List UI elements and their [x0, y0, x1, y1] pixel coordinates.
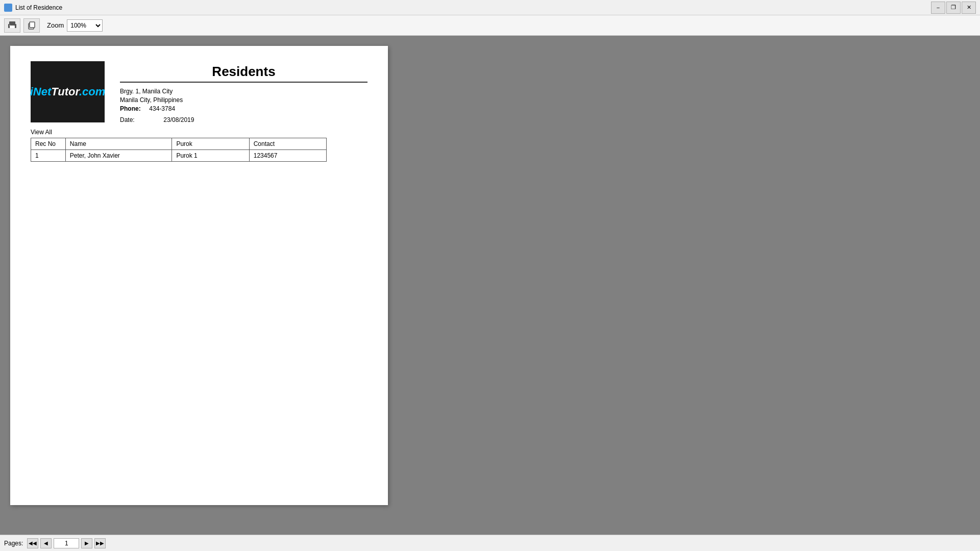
title-bar-left: List of Residence	[4, 4, 62, 12]
zoom-label: Zoom	[47, 21, 64, 29]
close-button[interactable]: ✕	[962, 2, 976, 14]
page-number-input[interactable]	[54, 538, 79, 548]
title-bar-controls: − ❐ ✕	[931, 2, 976, 14]
copy-button[interactable]	[23, 18, 40, 33]
logo: iNetTutor.com	[30, 85, 106, 98]
last-page-button[interactable]: ▶▶	[94, 538, 106, 548]
cell-name: Peter, John Xavier	[65, 150, 172, 162]
main-area: iNetTutor.com Residents Brgy. 1, Manila …	[0, 36, 980, 535]
table-header-row: Rec No Name Purok Contact	[31, 138, 327, 150]
title-bar: List of Residence − ❐ ✕	[0, 0, 980, 15]
svg-rect-3	[9, 24, 10, 26]
first-page-button[interactable]: ◀◀	[27, 538, 38, 548]
col-header-purok: Purok	[172, 138, 249, 150]
report-title: Residents	[120, 64, 368, 83]
phone-line: Phone: 434-3784	[120, 105, 368, 112]
preview-area: iNetTutor.com Residents Brgy. 1, Manila …	[0, 36, 398, 535]
cell-purok: Purok 1	[172, 150, 249, 162]
date-value: 23/08/2019	[163, 116, 194, 123]
date-label: Date:	[120, 116, 135, 123]
phone-label: Phone:	[120, 105, 141, 112]
col-header-contact: Contact	[249, 138, 326, 150]
pages-label: Pages:	[4, 540, 23, 547]
col-header-recno: Rec No	[31, 138, 66, 150]
address-line-2: Manila City, Philippines	[120, 96, 368, 104]
residents-table: Rec No Name Purok Contact 1Peter, John X…	[31, 138, 327, 162]
window-title: List of Residence	[15, 4, 62, 11]
prev-page-button[interactable]: ◀	[40, 538, 52, 548]
svg-rect-5	[30, 22, 35, 28]
phone-value: 434-3784	[149, 105, 175, 112]
app-icon	[4, 4, 12, 12]
view-all-label: View All	[31, 129, 368, 136]
address-line-1: Brgy. 1, Manila City	[120, 88, 368, 95]
status-bar: Pages: ◀◀ ◀ ▶ ▶▶	[0, 535, 980, 551]
print-button[interactable]	[4, 18, 20, 33]
report-header: iNetTutor.com Residents Brgy. 1, Manila …	[31, 61, 368, 123]
col-header-name: Name	[65, 138, 172, 150]
minimize-button[interactable]: −	[931, 2, 945, 14]
logo-box: iNetTutor.com	[31, 61, 105, 122]
report-title-area: Residents Brgy. 1, Manila City Manila Ci…	[120, 61, 368, 123]
svg-rect-2	[10, 26, 15, 28]
print-icon	[8, 21, 17, 30]
restore-button[interactable]: ❐	[946, 2, 961, 14]
report-page: iNetTutor.com Residents Brgy. 1, Manila …	[10, 46, 388, 505]
right-panel	[398, 36, 980, 535]
table-row: 1Peter, John XavierPurok 11234567	[31, 150, 327, 162]
next-page-button[interactable]: ▶	[81, 538, 92, 548]
cell-contact: 1234567	[249, 150, 326, 162]
cell-recno: 1	[31, 150, 66, 162]
copy-icon	[27, 21, 36, 30]
date-line: Date: 23/08/2019	[120, 116, 368, 123]
zoom-select[interactable]: 100% 50% 75% 125% 150% 200%	[67, 19, 103, 32]
toolbar: Zoom 100% 50% 75% 125% 150% 200%	[0, 15, 980, 36]
